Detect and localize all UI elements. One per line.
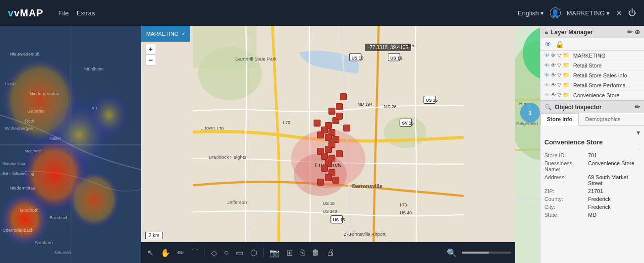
delete-tool[interactable]: 🗑 [310, 247, 322, 258]
folder-icon: 📁 [563, 72, 570, 78]
store-icon[interactable] [328, 108, 335, 115]
zoom-bar-background [462, 252, 511, 254]
map-background[interactable]: Gambrill State Park Walker… Bartonsville… [141, 26, 515, 263]
store-icon[interactable] [343, 125, 350, 132]
layer-item-retail-perf[interactable]: 👁 👁 ▽ 📁 Retail Store Performa... [540, 80, 644, 90]
store-icon[interactable] [340, 93, 347, 100]
toolbar-separator-2 [263, 248, 264, 258]
zoom-bar-fill [462, 252, 489, 254]
layer-edit-icon[interactable]: ✏ [627, 28, 633, 36]
store-icon[interactable] [336, 150, 343, 157]
svg-text:Neurses: Neurses [54, 250, 71, 255]
field-address: Address: 69 South Market Street [544, 174, 640, 186]
filter-icon[interactable]: ▽ [557, 72, 561, 78]
pencil-tool[interactable]: ✏ [175, 247, 186, 259]
rectangle-tool[interactable]: ▭ [234, 247, 245, 259]
svg-text:9.1…: 9.1… [92, 106, 103, 111]
store-icon[interactable] [325, 174, 332, 181]
svg-text:Bahnhofssiedlung: Bahnhofssiedlung [2, 171, 34, 176]
circle-tool[interactable]: ○ [222, 247, 231, 258]
svg-text:1: 1 [529, 110, 532, 116]
svg-text:Rothenbergen: Rothenbergen [5, 126, 33, 131]
power-icon[interactable]: ⏻ [628, 8, 636, 17]
layer-item-retail[interactable]: 👁 👁 ▽ 📁 Retail Store [540, 61, 644, 70]
eye-icon[interactable]: 👁 [544, 53, 549, 58]
cursor-tool[interactable]: ↖ [145, 247, 156, 259]
filter-icon[interactable]: ▽ [557, 82, 561, 88]
layer-item-convenience[interactable]: 👁 👁 ▽ 📁 Convenience Store [540, 90, 644, 100]
main-area: Nieuwiedemuß Liesä Niedergrundau Grundau… [0, 26, 644, 263]
eye-icon-2[interactable]: 👁 [551, 92, 556, 98]
eye-icon-2[interactable]: 👁 [551, 72, 556, 78]
hand-tool[interactable]: ✋ [159, 247, 172, 259]
store-icon[interactable] [321, 165, 328, 172]
eye-icon[interactable]: 👁 [544, 82, 549, 88]
field-state: State: MD [544, 212, 640, 218]
eye-icon[interactable]: 👁 [544, 63, 549, 68]
zoom-out-button[interactable]: − [145, 55, 156, 66]
svg-text:Oberrodenbach: Oberrodenbach [2, 228, 34, 233]
filter-icon[interactable]: ▽ [557, 92, 561, 98]
store-icon[interactable] [325, 134, 332, 141]
store-icon[interactable] [325, 146, 332, 153]
polygon-tool[interactable]: ⬡ [248, 247, 259, 259]
eye-icon-2[interactable]: 👁 [551, 53, 556, 58]
store-icon[interactable] [321, 153, 328, 160]
store-icon[interactable] [317, 132, 324, 138]
layer-visibility-all[interactable]: 👁 [544, 40, 551, 48]
eye-icon[interactable]: 👁 [544, 92, 549, 98]
layer-manager-header-icons: ✏ ⊕ [627, 28, 640, 36]
store-icon[interactable] [336, 103, 343, 110]
nav-menu: File Extras [58, 9, 95, 17]
svg-text:Nieuwiedemuß: Nieuwiedemuß [10, 52, 40, 57]
tab-demographics[interactable]: Demographics [579, 113, 627, 125]
eye-icon-2[interactable]: 👁 [551, 82, 556, 88]
layer-lock-all[interactable]: 🔒 [555, 40, 564, 48]
copy-tool[interactable]: ⎘ [298, 247, 307, 258]
svg-text:Niedermittau: Niedermittau [2, 161, 25, 166]
filter-icon[interactable]: ▽ [557, 53, 561, 58]
store-icon[interactable] [314, 120, 321, 127]
nav-file[interactable]: File [58, 9, 69, 17]
svg-text:Haller: Haller [50, 136, 61, 141]
layers-tool[interactable]: ⊞ [284, 247, 295, 259]
eye-icon[interactable]: 👁 [544, 72, 549, 78]
inspector-edit-icon[interactable]: ✏ [635, 103, 640, 111]
print-tool[interactable]: 🖨 [324, 247, 336, 258]
language-selector[interactable]: English ▾ [518, 9, 544, 17]
marketing-tab[interactable]: MARKETING ✕ [141, 26, 190, 42]
field-store-id: Store ID: 781 [544, 152, 640, 158]
node-tool[interactable]: ◇ [209, 247, 219, 259]
filter-icon[interactable]: ▽ [557, 63, 561, 68]
tab-close-icon[interactable]: ✕ [181, 31, 185, 37]
path-tool[interactable]: ⌒ [189, 247, 201, 259]
nav-extras[interactable]: Extras [77, 9, 95, 17]
inspector-icon: 🔍 [544, 104, 552, 111]
eye-icon-2[interactable]: 👁 [551, 63, 556, 68]
marketing-menu[interactable]: MARKETING ▾ [567, 9, 610, 17]
layer-add-icon[interactable]: ⊕ [635, 28, 640, 36]
map-toolbar: ↖ ✋ ✏ ⌒ ◇ ○ ▭ ⬡ 📷 ⊞ ⎘ 🗑 🖨 🔍 [141, 242, 515, 263]
store-icon[interactable] [332, 177, 339, 184]
svg-text:Niedergrundau: Niedergrundau [30, 91, 59, 96]
close-icon[interactable]: ✕ [616, 8, 622, 18]
search-icon[interactable]: 🔍 [445, 247, 459, 259]
tab-store-info[interactable]: Store info [540, 113, 579, 126]
store-icon[interactable] [317, 179, 324, 186]
dropdown-icon[interactable]: ▾ [637, 129, 640, 136]
object-tabs: Store info Demographics [540, 113, 644, 126]
svg-point-7 [87, 90, 131, 140]
layer-manager-section: ≡ Layer Manager ✏ ⊕ 👁 🔒 👁 👁 ▽ 📁 MARKETIN… [540, 26, 644, 101]
user-icon[interactable]: 👤 [550, 7, 561, 18]
layer-item-retail-sales[interactable]: 👁 👁 ▽ 📁 Retail Store Sales info [540, 70, 644, 80]
object-inspector: 🔍 Object Inspector ✏ Store info Demograp… [540, 101, 644, 263]
layer-item-marketing[interactable]: 👁 👁 ▽ 📁 MARKETING [540, 51, 644, 61]
camera-tool[interactable]: 📷 [268, 247, 281, 259]
layer-manager-header: ≡ Layer Manager ✏ ⊕ [540, 26, 644, 38]
navbar-right: English ▾ 👤 MARKETING ▾ ✕ ⏻ [518, 7, 636, 18]
folder-icon: 📁 [563, 62, 570, 68]
map-tabs: MARKETING ✕ [141, 26, 190, 42]
store-icon[interactable] [336, 113, 343, 120]
svg-text:Grundau: Grundau [27, 109, 45, 114]
zoom-in-button[interactable]: + [145, 44, 156, 55]
